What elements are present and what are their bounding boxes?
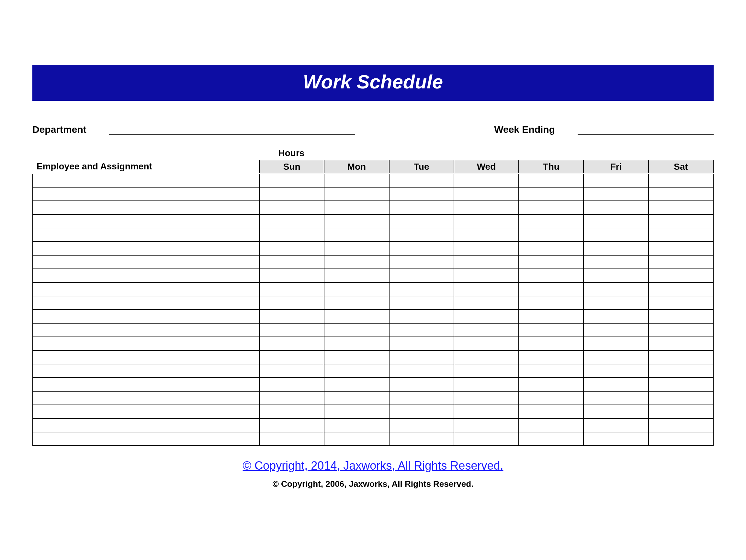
hours-cell[interactable] xyxy=(454,242,519,255)
hours-cell[interactable] xyxy=(649,242,713,255)
hours-cell[interactable] xyxy=(389,201,454,215)
hours-cell[interactable] xyxy=(649,418,713,432)
hours-cell[interactable] xyxy=(389,282,454,296)
hours-cell[interactable] xyxy=(389,187,454,201)
hours-cell[interactable] xyxy=(649,201,713,215)
hours-cell[interactable] xyxy=(454,323,519,337)
hours-cell[interactable] xyxy=(389,269,454,282)
employee-cell[interactable] xyxy=(33,432,259,446)
hours-cell[interactable] xyxy=(454,187,519,201)
hours-cell[interactable] xyxy=(583,351,648,364)
hours-cell[interactable] xyxy=(389,391,454,405)
hours-cell[interactable] xyxy=(324,377,389,391)
hours-cell[interactable] xyxy=(583,201,648,215)
hours-cell[interactable] xyxy=(259,364,324,377)
hours-cell[interactable] xyxy=(324,201,389,215)
hours-cell[interactable] xyxy=(324,337,389,351)
hours-cell[interactable] xyxy=(324,310,389,323)
hours-cell[interactable] xyxy=(583,377,648,391)
hours-cell[interactable] xyxy=(519,391,583,405)
employee-cell[interactable] xyxy=(33,351,259,364)
hours-cell[interactable] xyxy=(583,405,648,418)
hours-cell[interactable] xyxy=(259,296,324,310)
hours-cell[interactable] xyxy=(583,432,648,446)
hours-cell[interactable] xyxy=(454,174,519,187)
hours-cell[interactable] xyxy=(519,432,583,446)
employee-cell[interactable] xyxy=(33,391,259,405)
hours-cell[interactable] xyxy=(519,296,583,310)
hours-cell[interactable] xyxy=(324,364,389,377)
hours-cell[interactable] xyxy=(519,215,583,228)
hours-cell[interactable] xyxy=(389,323,454,337)
hours-cell[interactable] xyxy=(519,282,583,296)
hours-cell[interactable] xyxy=(649,377,713,391)
hours-cell[interactable] xyxy=(454,269,519,282)
hours-cell[interactable] xyxy=(324,323,389,337)
hours-cell[interactable] xyxy=(389,432,454,446)
hours-cell[interactable] xyxy=(583,337,648,351)
hours-cell[interactable] xyxy=(259,174,324,187)
hours-cell[interactable] xyxy=(583,364,648,377)
hours-cell[interactable] xyxy=(649,391,713,405)
hours-cell[interactable] xyxy=(649,405,713,418)
hours-cell[interactable] xyxy=(324,405,389,418)
employee-cell[interactable] xyxy=(33,310,259,323)
hours-cell[interactable] xyxy=(259,418,324,432)
hours-cell[interactable] xyxy=(259,323,324,337)
hours-cell[interactable] xyxy=(519,377,583,391)
hours-cell[interactable] xyxy=(519,418,583,432)
hours-cell[interactable] xyxy=(583,228,648,242)
hours-cell[interactable] xyxy=(324,187,389,201)
employee-cell[interactable] xyxy=(33,201,259,215)
hours-cell[interactable] xyxy=(259,282,324,296)
hours-cell[interactable] xyxy=(649,296,713,310)
hours-cell[interactable] xyxy=(324,351,389,364)
hours-cell[interactable] xyxy=(259,215,324,228)
hours-cell[interactable] xyxy=(519,337,583,351)
hours-cell[interactable] xyxy=(454,337,519,351)
hours-cell[interactable] xyxy=(324,255,389,269)
hours-cell[interactable] xyxy=(583,323,648,337)
hours-cell[interactable] xyxy=(649,269,713,282)
employee-cell[interactable] xyxy=(33,405,259,418)
hours-cell[interactable] xyxy=(649,337,713,351)
hours-cell[interactable] xyxy=(583,255,648,269)
hours-cell[interactable] xyxy=(649,174,713,187)
hours-cell[interactable] xyxy=(583,242,648,255)
hours-cell[interactable] xyxy=(583,174,648,187)
hours-cell[interactable] xyxy=(649,255,713,269)
hours-cell[interactable] xyxy=(583,187,648,201)
hours-cell[interactable] xyxy=(259,255,324,269)
hours-cell[interactable] xyxy=(649,364,713,377)
hours-cell[interactable] xyxy=(519,228,583,242)
employee-cell[interactable] xyxy=(33,187,259,201)
employee-cell[interactable] xyxy=(33,323,259,337)
hours-cell[interactable] xyxy=(454,296,519,310)
copyright-link[interactable]: © Copyright, 2014, Jaxworks, All Rights … xyxy=(243,459,504,472)
hours-cell[interactable] xyxy=(454,310,519,323)
hours-cell[interactable] xyxy=(583,282,648,296)
hours-cell[interactable] xyxy=(649,323,713,337)
hours-cell[interactable] xyxy=(519,364,583,377)
hours-cell[interactable] xyxy=(259,351,324,364)
hours-cell[interactable] xyxy=(454,282,519,296)
hours-cell[interactable] xyxy=(389,215,454,228)
hours-cell[interactable] xyxy=(389,310,454,323)
hours-cell[interactable] xyxy=(324,269,389,282)
hours-cell[interactable] xyxy=(519,242,583,255)
hours-cell[interactable] xyxy=(324,215,389,228)
hours-cell[interactable] xyxy=(389,174,454,187)
hours-cell[interactable] xyxy=(259,228,324,242)
hours-cell[interactable] xyxy=(649,310,713,323)
hours-cell[interactable] xyxy=(259,405,324,418)
employee-cell[interactable] xyxy=(33,228,259,242)
hours-cell[interactable] xyxy=(324,282,389,296)
hours-cell[interactable] xyxy=(324,228,389,242)
hours-cell[interactable] xyxy=(389,242,454,255)
hours-cell[interactable] xyxy=(389,228,454,242)
hours-cell[interactable] xyxy=(649,282,713,296)
hours-cell[interactable] xyxy=(649,351,713,364)
hours-cell[interactable] xyxy=(324,296,389,310)
hours-cell[interactable] xyxy=(519,405,583,418)
hours-cell[interactable] xyxy=(454,215,519,228)
